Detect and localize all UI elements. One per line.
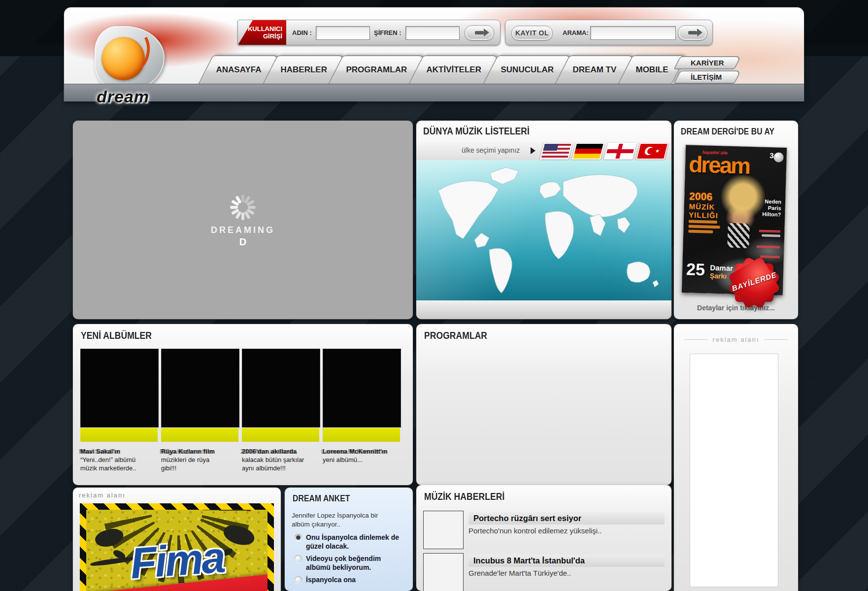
main-navigation: ANASAYFA HABERLER PROGRAMLAR AKTİVİTELER… (208, 55, 738, 84)
nav-tab-label: KARİYER (691, 59, 724, 67)
left-ad-panel: reklam alanı Fima (73, 488, 281, 591)
album-cover-placeholder[interactable] (323, 349, 401, 427)
album-caption-line: kalacak bütün şarkılar (242, 456, 319, 464)
ad-area-label-text: reklam alanı (79, 492, 126, 499)
loading-spinner-icon (228, 193, 258, 222)
news-thumbnail[interactable] (423, 553, 464, 591)
search-input[interactable] (590, 26, 676, 40)
loading-brand-text: DREAMING (211, 225, 275, 235)
ad-area-label: reklam alanı (674, 336, 798, 343)
album-caption-line: Rüya Kızların film (161, 447, 238, 456)
news-item-title[interactable]: Portecho rüzgârı sert esiyor (468, 512, 665, 525)
fima-ad-inner: Fima (86, 510, 267, 591)
country-selector-label: ülke seçimi yapınız (462, 146, 520, 154)
bayilerde-badge[interactable]: BAYİLERDE (729, 258, 779, 308)
poll-option-label: Onu İspanyolca dinlemek de güzel olacak. (306, 533, 404, 551)
login-bar: KULLANICI GİRİŞİ ADIN : ŞİFREN : (237, 20, 501, 45)
album-caption: 2006'dan akıllarda kalacak bütün şarkıla… (242, 447, 319, 472)
login-submit-button[interactable] (465, 25, 494, 40)
nav-tab-label: PROGRAMLAR (346, 65, 407, 75)
flag-germany-icon[interactable] (572, 143, 604, 160)
arrow-right-icon (688, 31, 697, 34)
play-caret-icon (531, 147, 535, 154)
poll-option[interactable]: Onu İspanyolca dinlemek de güzel olacak. (292, 533, 404, 551)
spinner-blade (248, 206, 256, 209)
album-caption-line: gibi!!! (161, 464, 238, 472)
poll-option-label: Videoyu çok beğendim albümü bekliyorum. (306, 554, 404, 572)
map-sheen (416, 160, 671, 300)
register-button[interactable]: KAYIT OL (511, 26, 553, 40)
poll-option-label: İspanyolca ona (306, 575, 356, 584)
nav-tab-label: DREAM TV (573, 65, 617, 75)
country-flags: ★ (542, 143, 667, 160)
nav-tab-kariyer[interactable]: KARİYER (673, 56, 741, 69)
world-map[interactable] (416, 160, 671, 300)
album-item[interactable]: Loreena McKennitt'ın yeni albümü... (323, 349, 400, 464)
password-label: ŞİFREN : (374, 29, 401, 36)
album-item[interactable]: Rüya Kızların film müzikleri de rüya gib… (161, 349, 238, 472)
site-header: dream KULLANICI GİRİŞİ ADIN : ŞİFREN : K… (64, 7, 804, 101)
music-news-panel: MÜZİK HABERLERİ Portecho rüzgârı sert es… (416, 485, 671, 591)
radio-button-icon[interactable] (295, 555, 302, 562)
radio-button-icon[interactable] (295, 576, 302, 584)
flag-turkey-icon[interactable]: ★ (636, 143, 668, 160)
search-submit-button[interactable] (678, 25, 707, 40)
news-title-text: Portecho rüzgârı sert esiyor (468, 514, 581, 523)
ad-area-label-text: reklam alanı (713, 336, 760, 343)
user-login-line1: KULLANICI (238, 25, 282, 33)
nav-tab-label: SUNUCULAR (501, 65, 554, 75)
poll-option[interactable]: Videoyu çok beğendim albümü bekliyorum. (292, 554, 404, 572)
album-caption-line: Mavi Sakal'ın (80, 447, 158, 456)
nav-tab-label: AKTİVİTELER (427, 65, 481, 75)
section-title: DÜNYA MÜZİK LİSTELERİ (423, 126, 530, 137)
section-title: YENİ ALBÜMLER (81, 330, 152, 341)
radio-button-icon[interactable] (295, 534, 302, 541)
cover-year: 2006 (689, 190, 712, 202)
news-thumbnail[interactable] (423, 511, 464, 549)
arrow-right-icon (475, 31, 484, 34)
cover-text-bar (762, 234, 780, 237)
username-label: ADIN : (292, 29, 312, 36)
dream-wordmark[interactable]: dream (97, 87, 149, 106)
poll-panel: DREAM ANKET Jennifer Lopez İspanyolca bi… (285, 488, 413, 591)
dream-d-logo-icon[interactable] (95, 26, 165, 91)
album-item[interactable]: 2006'dan akıllarda kalacak bütün şarkıla… (242, 349, 319, 472)
nav-tab-iletisim[interactable]: İLETİŞİM (673, 70, 741, 84)
cover-right-line1: Neden (765, 198, 781, 205)
album-cover-placeholder[interactable] (242, 349, 320, 427)
cover-logo: dream (688, 151, 750, 179)
album-caption-line: müzik marketlerde.. (80, 464, 158, 472)
album-yellow-strip (242, 428, 319, 442)
label-line (684, 339, 708, 340)
fima-ad-banner[interactable]: Fima (80, 503, 274, 591)
username-input[interactable] (316, 26, 370, 40)
album-caption-line: yeni albümü... (323, 456, 400, 464)
right-ad-panel: reklam alanı (674, 324, 798, 591)
flag-star: ★ (655, 148, 661, 154)
country-selector-row: ülke seçimi yapınız ★ (416, 141, 671, 161)
poll-option[interactable]: İspanyolca ona (292, 575, 404, 584)
album-cover-placeholder[interactable] (80, 349, 159, 427)
album-caption: Loreena McKennitt'ın yeni albümü... (323, 447, 400, 464)
nav-tab-label: ANASAYFA (216, 65, 261, 75)
section-title: MÜZİK HABERLERİ (424, 491, 504, 502)
news-item-title[interactable]: Incubus 8 Mart'ta İstanbul'da (468, 555, 665, 567)
album-caption-line: “Yeni..den!” albümü (80, 456, 158, 464)
cover-line1: MÜZİK (689, 202, 715, 211)
dream-tv-homepage: { "header": { "login_title_l1": "KULLANI… (0, 0, 868, 591)
flag-usa-icon[interactable] (540, 143, 572, 160)
news-item-subtitle: Portecho'nun kontrol edilemez yükselişi.… (468, 526, 602, 535)
right-ad-slot[interactable] (690, 354, 778, 587)
poll-question: Jennifer Lopez İspanyolca bir albüm çıka… (292, 511, 378, 529)
news-item-subtitle: Grenade'ler Mart'ta Türkiye'de.. (468, 569, 571, 577)
album-cover-placeholder[interactable] (161, 349, 239, 427)
password-input[interactable] (405, 26, 460, 40)
cover-line2: YILLIĞI (689, 210, 718, 220)
album-item[interactable]: Mavi Sakal'ın “Yeni..den!” albümü müzik … (80, 349, 158, 472)
user-login-label: KULLANICI GİRİŞİ (238, 20, 286, 45)
spinner-blade (241, 195, 244, 202)
album-caption: Rüya Kızların film müzikleri de rüya gib… (161, 447, 238, 472)
nav-tab-label: MOBILE (636, 65, 668, 75)
label-line (764, 339, 788, 340)
flag-england-icon[interactable] (604, 143, 636, 160)
